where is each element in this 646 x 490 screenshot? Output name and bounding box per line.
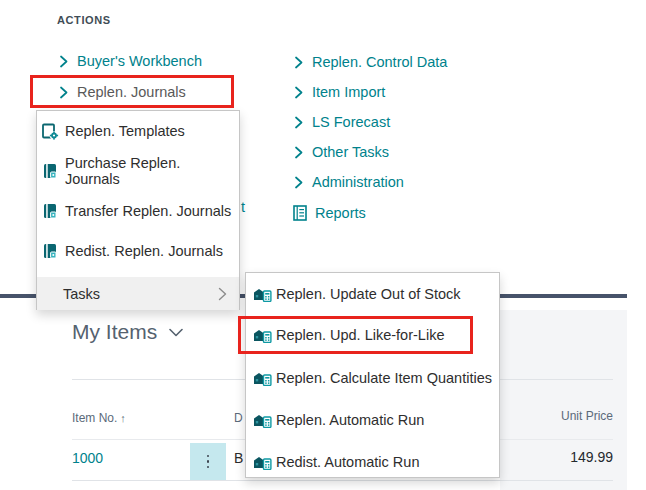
vertical-ellipsis-icon — [207, 466, 210, 469]
submenu-item-label: Replen. Upd. Like-for-Like — [276, 327, 444, 343]
vertical-ellipsis-icon — [207, 460, 210, 463]
action-link-reports[interactable]: Reports — [293, 203, 366, 223]
action-link-other-tasks[interactable]: Other Tasks — [295, 142, 389, 162]
column-header-description-fragment: D — [234, 411, 243, 425]
chevron-down-icon — [169, 328, 183, 337]
batch-run-icon — [252, 454, 272, 470]
menu-item-tasks[interactable]: Tasks — [37, 277, 239, 310]
menu-item-redist-replen-journals[interactable]: Redist. Replen. Journals — [37, 231, 239, 271]
action-link-label: Other Tasks — [312, 144, 389, 160]
table-cell-description-fragment: B — [234, 450, 243, 466]
chevron-right-icon — [60, 55, 68, 68]
action-link-label: LS Forecast — [312, 114, 390, 130]
chevron-right-icon — [218, 287, 227, 301]
action-link-label: Item Import — [312, 84, 385, 100]
chevron-right-icon — [295, 86, 303, 99]
action-link-label: Replen. Control Data — [312, 54, 447, 70]
column-header-unit-price[interactable]: Unit Price — [513, 409, 613, 423]
menu-item-label: Purchase Replen. Journals — [65, 155, 239, 187]
table-cell-item-no[interactable]: 1000 — [72, 450, 103, 466]
templates-icon — [42, 123, 59, 140]
my-items-title-label: My Items — [72, 320, 157, 344]
menu-item-replen-templates[interactable]: Replen. Templates — [37, 111, 239, 151]
action-link-label: Buyer's Workbench — [77, 53, 202, 69]
occluded-link-fragment: t — [241, 199, 245, 215]
chevron-right-icon — [295, 176, 303, 189]
action-link-administration[interactable]: Administration — [295, 172, 404, 192]
report-icon — [293, 205, 308, 221]
submenu-item-label: Replen. Calculate Item Quantities — [276, 370, 492, 386]
menu-item-label: Replen. Templates — [65, 123, 185, 139]
menu-item-purchase-replen-journals[interactable]: Purchase Replen. Journals — [37, 151, 239, 191]
item-no-link[interactable]: 1000 — [72, 450, 103, 466]
journal-icon — [42, 163, 59, 179]
column-header-item-no[interactable]: Item No.↑ — [72, 411, 126, 425]
ls-central-actions-screen: ACTIONS Buyer's Workbench Replen. Journa… — [0, 0, 646, 490]
actions-heading: ACTIONS — [57, 14, 111, 26]
action-link-replen-control-data[interactable]: Replen. Control Data — [295, 52, 447, 72]
unit-price-value: 149.99 — [570, 449, 613, 465]
action-link-buyers-workbench[interactable]: Buyer's Workbench — [60, 51, 202, 71]
menu-item-label: Redist. Replen. Journals — [65, 243, 223, 259]
chevron-right-icon — [295, 56, 303, 69]
chevron-right-icon — [295, 146, 303, 159]
action-link-replen-journals[interactable]: Replen. Journals — [60, 82, 186, 102]
batch-run-icon — [252, 286, 272, 302]
column-header-label: Item No. — [72, 411, 117, 425]
table-cell-unit-price: 149.99 — [513, 449, 613, 465]
submenu-item-replen-upd-like-for-like[interactable]: Replen. Upd. Like-for-Like — [246, 314, 499, 355]
submenu-item-redist-automatic-run[interactable]: Redist. Automatic Run — [246, 441, 499, 482]
journal-icon — [42, 243, 59, 259]
action-link-ls-forecast[interactable]: LS Forecast — [295, 112, 390, 132]
column-header-label: D — [234, 411, 243, 425]
chevron-right-icon — [60, 86, 68, 99]
vertical-ellipsis-icon — [207, 455, 210, 458]
action-link-label: Replen. Journals — [77, 84, 186, 100]
column-header-label: Unit Price — [561, 409, 613, 423]
replen-journals-dropdown-menu: Replen. Templates Purchase Replen. Journ… — [36, 110, 240, 310]
journal-icon — [42, 203, 59, 219]
batch-run-icon — [252, 370, 272, 386]
submenu-item-replen-calculate-item-quantities[interactable]: Replen. Calculate Item Quantities — [246, 357, 499, 398]
action-link-label: Administration — [312, 174, 404, 190]
description-fragment: B — [234, 450, 243, 466]
submenu-item-replen-update-out-of-stock[interactable]: Replen. Update Out of Stock — [246, 273, 499, 314]
submenu-item-label: Replen. Automatic Run — [276, 412, 424, 428]
batch-run-icon — [252, 327, 272, 343]
my-items-title[interactable]: My Items — [72, 320, 183, 344]
batch-run-icon — [252, 412, 272, 428]
action-link-label: Reports — [315, 205, 366, 221]
row-options-button[interactable] — [190, 443, 226, 480]
menu-item-label: Transfer Replen. Journals — [65, 203, 231, 219]
menu-item-transfer-replen-journals[interactable]: Transfer Replen. Journals — [37, 191, 239, 231]
submenu-item-label: Redist. Automatic Run — [276, 454, 419, 470]
chevron-right-icon — [295, 116, 303, 129]
tasks-submenu: Replen. Update Out of Stock Replen. Upd.… — [245, 272, 500, 478]
submenu-item-label: Replen. Update Out of Stock — [276, 286, 461, 302]
action-link-item-import[interactable]: Item Import — [295, 82, 385, 102]
menu-item-label: Tasks — [63, 286, 100, 302]
sort-ascending-icon: ↑ — [120, 412, 126, 424]
submenu-item-replen-automatic-run[interactable]: Replen. Automatic Run — [246, 399, 499, 440]
